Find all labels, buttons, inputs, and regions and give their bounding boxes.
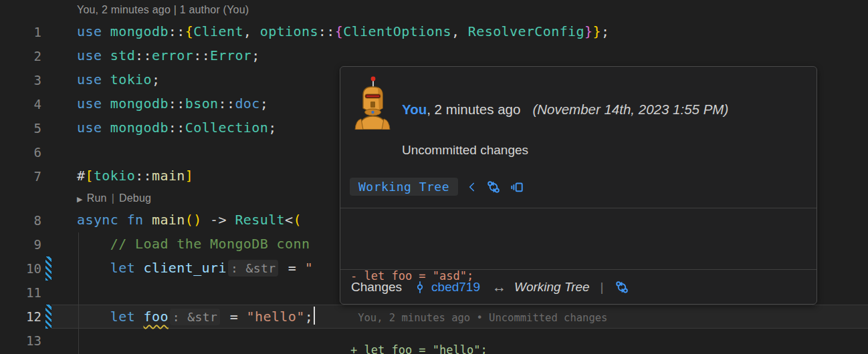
filelens-text: You, 2 minutes ago | 1 author (You) bbox=[0, 0, 249, 20]
code-token: ; bbox=[268, 120, 276, 136]
diff-preview: - let foo = "asd"; + let foo = "hello"; bbox=[340, 208, 817, 270]
code-token: } bbox=[592, 23, 601, 39]
code-token: :: bbox=[169, 96, 185, 112]
code-token: { bbox=[335, 23, 343, 39]
code-token: bson bbox=[185, 96, 219, 112]
gutter-spacer bbox=[45, 116, 51, 140]
code-token: :: bbox=[169, 23, 185, 39]
code-token: options bbox=[260, 23, 318, 39]
code-token: fn bbox=[127, 212, 152, 228]
file-blame-codelens: You, 2 minutes ago | 1 author (You) bbox=[0, 0, 868, 20]
code-token: let bbox=[110, 260, 144, 276]
code-line-1: 1use mongodb::{Client, options::{ClientO… bbox=[0, 20, 868, 44]
code-token: = bbox=[221, 309, 246, 325]
gitlens-hover-popup: You, 2 minutes ago(November 14th, 2023 1… bbox=[340, 66, 817, 305]
code-token: -> bbox=[202, 212, 235, 228]
code-token: ] bbox=[185, 168, 193, 184]
line-number: 7 bbox=[0, 164, 41, 188]
commit-age: , 2 minutes ago bbox=[427, 102, 520, 117]
code-token: { bbox=[185, 23, 193, 39]
code-token: :: bbox=[219, 96, 235, 112]
git-compare-icon-2[interactable] bbox=[615, 280, 629, 295]
gutter-spacer bbox=[45, 164, 51, 188]
code-token: :: bbox=[135, 47, 152, 63]
code-token: () bbox=[185, 212, 202, 228]
inlay-hint: : &str bbox=[170, 309, 220, 325]
code-token: ClientOptions bbox=[343, 23, 451, 39]
gutter-spacer bbox=[45, 232, 51, 256]
gutter-change-indicator[interactable] bbox=[45, 305, 51, 329]
gutter-spacer bbox=[45, 281, 51, 305]
commit-hash-link[interactable]: cbed719 bbox=[431, 280, 480, 295]
line-number: 5 bbox=[0, 116, 41, 140]
code-token: use bbox=[77, 71, 110, 87]
code-token: Collection bbox=[185, 120, 268, 136]
working-tree-label: Working Tree bbox=[514, 280, 590, 295]
code-token: :: bbox=[169, 120, 185, 136]
code-token: ; bbox=[251, 47, 259, 63]
code-token: = bbox=[280, 260, 304, 276]
inlay-hint: : &str bbox=[228, 260, 278, 277]
code-token: main bbox=[152, 168, 185, 184]
code-line-content[interactable]: use std::error::Error; bbox=[51, 44, 868, 68]
gutter-spacer bbox=[45, 68, 51, 92]
git-compare-icon[interactable] bbox=[486, 180, 501, 194]
code-token: async bbox=[77, 212, 127, 228]
code-token: tokio bbox=[110, 71, 152, 87]
line-number: 4 bbox=[0, 92, 41, 116]
commit-date: (November 14th, 2023 1:55 PM) bbox=[532, 102, 728, 117]
code-token: # bbox=[77, 168, 85, 184]
code-token: use bbox=[77, 23, 110, 39]
play-icon: ▶ bbox=[77, 195, 83, 203]
line-number: 8 bbox=[0, 208, 41, 232]
line-number: 6 bbox=[0, 140, 41, 164]
diff-added-line: + let foo = "hello"; bbox=[350, 338, 806, 354]
run-link[interactable]: Run bbox=[87, 192, 107, 204]
indent-guide bbox=[78, 232, 79, 354]
line-number: 12 bbox=[0, 305, 41, 329]
compare-arrow: ↔ bbox=[492, 279, 506, 295]
line-number: 10 bbox=[0, 256, 41, 281]
changes-label: Changes bbox=[351, 280, 402, 295]
open-changes-icon[interactable] bbox=[510, 180, 524, 194]
code-token: ResolverConfig bbox=[468, 23, 584, 39]
codelens-separator: | bbox=[112, 192, 114, 204]
robot-avatar bbox=[354, 75, 391, 130]
chevron-left-icon[interactable] bbox=[467, 180, 477, 194]
code-token: [ bbox=[85, 168, 93, 184]
gutter-spacer bbox=[45, 140, 51, 164]
code-token: doc bbox=[235, 96, 259, 112]
line-number: 11 bbox=[0, 281, 41, 305]
file-blame-text[interactable]: You, 2 minutes ago | 1 author (You) bbox=[77, 4, 249, 15]
code-token: error bbox=[152, 47, 193, 63]
code-token: } bbox=[584, 23, 592, 39]
code-token: , bbox=[451, 23, 468, 39]
commit-message: Uncommitted changes bbox=[402, 143, 528, 158]
code-line-2: 2use std::error::Error; bbox=[0, 44, 868, 68]
code-token: mongodb bbox=[110, 96, 169, 112]
code-token: Result bbox=[235, 212, 285, 228]
code-token: ; bbox=[601, 23, 609, 39]
code-token: ( bbox=[294, 212, 302, 228]
code-line-content[interactable]: use mongodb::{Client, options::{ClientOp… bbox=[51, 20, 868, 44]
line-number: 2 bbox=[0, 44, 41, 68]
code-token: < bbox=[285, 212, 293, 228]
line-number: 13 bbox=[0, 329, 41, 353]
changes-row: Changes cbed719 ↔ Working Tree | bbox=[340, 270, 817, 304]
line-number: 3 bbox=[0, 68, 41, 92]
code-token: :: bbox=[135, 168, 152, 184]
code-token: use bbox=[77, 96, 110, 112]
code-token bbox=[77, 260, 110, 276]
gutter-spacer bbox=[45, 329, 51, 353]
line-number: 9 bbox=[0, 232, 41, 256]
code-token bbox=[77, 309, 110, 325]
debug-link[interactable]: Debug bbox=[119, 192, 151, 204]
code-token: use bbox=[77, 47, 110, 63]
text-cursor bbox=[314, 307, 315, 325]
working-tree-badge: Working Tree bbox=[350, 178, 458, 196]
code-token: "hello" bbox=[247, 309, 305, 325]
git-commit-icon bbox=[413, 280, 427, 295]
author-name: You bbox=[402, 102, 427, 117]
code-token: mongodb bbox=[110, 23, 169, 39]
gutter-change-indicator[interactable] bbox=[45, 256, 51, 281]
